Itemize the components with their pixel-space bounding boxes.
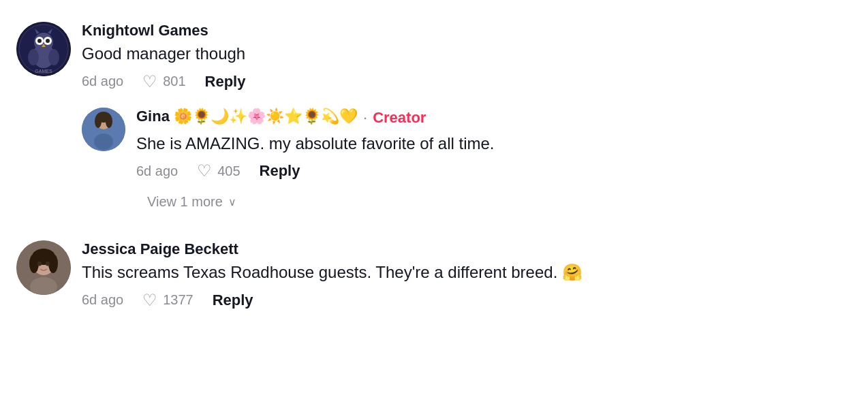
creator-badge: Creator	[373, 109, 426, 127]
reply-button-jessica[interactable]: Reply	[213, 291, 253, 309]
comment-meta-jessica: 6d ago ♡ 1377 Reply	[82, 291, 852, 310]
comment-text-jessica: This screams Texas Roadhouse guests. The…	[82, 261, 852, 284]
heart-icon-jessica[interactable]: ♡	[142, 291, 157, 310]
username-jessica: Jessica Paige Beckett	[82, 240, 852, 258]
comment-section: GAMES Knightowl Games Good manager thoug…	[16, 14, 852, 318]
avatar-jessica	[16, 240, 71, 295]
svg-point-24	[48, 254, 58, 273]
avatar-knightowl: GAMES	[16, 22, 71, 76]
svg-point-6	[37, 39, 42, 43]
comment-meta-knightowl: 6d ago ♡ 801 Reply	[82, 72, 852, 91]
svg-point-23	[29, 254, 39, 273]
like-count-knightowl: 801	[163, 74, 185, 89]
svg-point-18	[95, 114, 102, 128]
reply-button-gina[interactable]: Reply	[260, 162, 300, 180]
view-more-section: View 1 more ∨	[147, 189, 852, 221]
comment-time-jessica: 6d ago	[82, 292, 123, 308]
divider	[16, 226, 852, 227]
like-count-jessica: 1377	[163, 292, 193, 308]
view-more-button[interactable]: View 1 more ∨	[147, 194, 236, 210]
comment-text-knightowl: Good manager though	[82, 42, 852, 65]
comment-knightowl: GAMES Knightowl Games Good manager thoug…	[16, 14, 852, 99]
view-more-label: View 1 more	[147, 194, 223, 210]
svg-text:GAMES: GAMES	[35, 69, 52, 74]
comment-time-gina: 6d ago	[136, 163, 178, 179]
creator-separator: ·	[363, 109, 367, 127]
username-row-gina: Gina 🌼🌻🌙✨🌸☀️⭐🌻💫💛 · Creator	[136, 108, 852, 128]
like-group-gina: ♡ 405	[197, 161, 240, 180]
like-count-gina: 405	[217, 163, 240, 179]
replies-knightowl: Gina 🌼🌻🌙✨🌸☀️⭐🌻💫💛 · Creator She is AMAZIN…	[82, 99, 852, 221]
comment-jessica: Jessica Paige Beckett This screams Texas…	[16, 232, 852, 318]
comment-knightowl-body: Knightowl Games Good manager though 6d a…	[82, 22, 852, 91]
svg-point-16	[94, 133, 113, 150]
username-gina: Gina 🌼🌻🌙✨🌸☀️⭐🌻💫💛	[136, 108, 358, 125]
svg-point-11	[28, 49, 39, 65]
svg-point-27	[46, 262, 50, 266]
reply-button-knightowl[interactable]: Reply	[205, 73, 246, 91]
username-knightowl: Knightowl Games	[82, 22, 852, 40]
like-group-jessica: ♡ 1377	[142, 291, 193, 310]
svg-point-26	[37, 262, 42, 266]
heart-icon-knightowl[interactable]: ♡	[142, 72, 157, 91]
svg-point-7	[46, 39, 50, 43]
svg-point-19	[106, 114, 112, 128]
like-group-knightowl: ♡ 801	[142, 72, 185, 91]
comment-gina-body: Gina 🌼🌻🌙✨🌸☀️⭐🌻💫💛 · Creator She is AMAZIN…	[136, 108, 852, 181]
heart-icon-gina[interactable]: ♡	[197, 161, 212, 180]
comment-jessica-body: Jessica Paige Beckett This screams Texas…	[82, 240, 852, 310]
comment-meta-gina: 6d ago ♡ 405 Reply	[136, 161, 852, 180]
avatar-gina	[82, 108, 125, 151]
svg-point-12	[48, 49, 59, 65]
chevron-down-icon: ∨	[228, 195, 236, 208]
comment-time-knightowl: 6d ago	[82, 74, 123, 89]
comment-text-gina: She is AMAZING. my absolute favorite of …	[136, 132, 852, 155]
comment-gina: Gina 🌼🌻🌙✨🌸☀️⭐🌻💫💛 · Creator She is AMAZIN…	[82, 99, 852, 189]
